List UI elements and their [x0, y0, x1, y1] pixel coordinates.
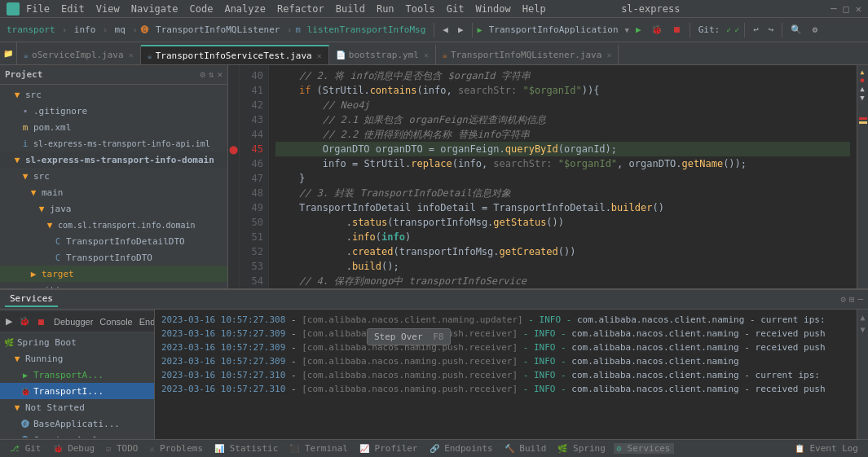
debugger-btn[interactable]: Debugger: [51, 315, 95, 328]
statusbar-profiler[interactable]: 📈 Profiler: [356, 443, 421, 454]
services-debug-btn[interactable]: 🐞: [16, 314, 33, 328]
tree-item-domain[interactable]: ▼ sl-express-ms-transport-info-domain: [0, 152, 227, 168]
menu-refactor[interactable]: Refactor: [277, 3, 324, 15]
menu-help[interactable]: Help: [522, 3, 546, 15]
project-panel-toggle[interactable]: 📁: [3, 49, 13, 58]
tree-item-dto[interactable]: C TransportInfoDTO: [0, 249, 227, 266]
menu-bar[interactable]: File Edit View Navigate Code Analyze Ref…: [26, 3, 546, 15]
window-controls[interactable]: ─ □ ✕: [831, 3, 861, 15]
services-stop-btn[interactable]: ⏹: [34, 315, 48, 328]
tree-item-java[interactable]: ▼ java: [0, 200, 227, 217]
toolbar-method-link[interactable]: listenTransportInfoMsg: [304, 24, 430, 35]
tree-item-src2[interactable]: ▼ src: [0, 168, 227, 184]
line-numbers: 40 41 42 43 44 45 46 47 48 49 50 51 52 5…: [240, 65, 269, 288]
panel-settings-icon[interactable]: ⚙: [840, 294, 846, 305]
toolbar-mq-link[interactable]: mq: [112, 24, 129, 35]
endpoints-btn[interactable]: Endpoints: [137, 315, 155, 328]
tree-item-gitignore2[interactable]: • .gitignore: [0, 282, 227, 288]
run-button[interactable]: ▶: [632, 23, 645, 37]
settings-button[interactable]: ⚙: [809, 23, 821, 37]
statusbar-todo[interactable]: ☑ TODO: [103, 443, 141, 454]
tree-item-detaildto[interactable]: C TransportInfoDetailDTO: [0, 233, 227, 249]
tree-item-gitignore1[interactable]: • .gitignore: [0, 103, 227, 119]
services-transporti[interactable]: 🐞 TransportI...: [0, 383, 154, 399]
services-notstarted[interactable]: ▼ Not Started: [0, 399, 154, 415]
redo-button[interactable]: ↪: [765, 23, 778, 37]
project-close-icon[interactable]: ✕: [217, 69, 223, 80]
statusbar-problems[interactable]: ⚠ Problems: [146, 443, 206, 454]
panel-layout-icon[interactable]: ⊞: [849, 294, 855, 305]
statusbar-git[interactable]: ⎇ Git: [7, 443, 45, 454]
tab-mqlistener[interactable]: ☕ TransportInfoMQListener.java ✕: [436, 45, 619, 64]
services-running-folder[interactable]: ▼ Running: [0, 350, 154, 367]
tab-oserviceimpl[interactable]: ☕ oServiceImpl.java ✕: [17, 45, 141, 64]
menu-build[interactable]: Build: [336, 3, 365, 15]
console-btn[interactable]: Console: [97, 315, 134, 328]
statusbar-terminal[interactable]: ⬛ Terminal: [286, 443, 351, 454]
project-sort-icon[interactable]: ⇅: [209, 69, 214, 80]
tab-close[interactable]: ✕: [129, 51, 134, 59]
services-springboot[interactable]: 🌿 Spring Boot: [0, 334, 154, 350]
menu-window[interactable]: Window: [475, 3, 510, 15]
tree-item-domain-pkg[interactable]: ▼ com.sl.transport.info.domain: [0, 217, 227, 233]
toolbar-listener-link[interactable]: TransportInfoMQListener: [152, 24, 283, 35]
nav-back-button[interactable]: ◀: [439, 23, 452, 37]
menu-tools[interactable]: Tools: [406, 3, 435, 15]
search-button[interactable]: 🔍: [787, 23, 805, 37]
statusbar-endpoints[interactable]: 🔗 Endpoints: [426, 443, 496, 454]
menu-view[interactable]: View: [96, 3, 120, 15]
close-button[interactable]: ✕: [856, 3, 861, 15]
profiler-icon: 📈: [359, 444, 369, 453]
toolbar-info-link[interactable]: info: [71, 24, 99, 35]
menu-analyze[interactable]: Analyze: [224, 3, 266, 15]
stop-button[interactable]: ⏹: [669, 23, 685, 37]
minimize-button[interactable]: ─: [831, 3, 836, 15]
menu-code[interactable]: Code: [190, 3, 214, 15]
code-line-52: .created(transportInfoMsg.getCreated()): [275, 244, 850, 259]
tree-item-target[interactable]: ▶ target: [0, 266, 227, 282]
gitignore-icon: •: [20, 284, 31, 288]
debug-button[interactable]: 🐞: [648, 23, 666, 37]
statusbar-services[interactable]: ⚙ Services: [614, 443, 674, 454]
tab-close-mq[interactable]: ✕: [606, 51, 611, 59]
statusbar-eventlog[interactable]: 📋 Event Log: [791, 443, 861, 454]
tree-item-main[interactable]: ▼ main: [0, 184, 227, 200]
statusbar-spring[interactable]: 🌿 Spring: [554, 443, 608, 454]
tab-close-active[interactable]: ✕: [317, 51, 322, 60]
project-panel-actions[interactable]: ⚙ ⇅ ✕: [200, 69, 223, 80]
breakpoint-icon[interactable]: ⬤: [229, 145, 238, 154]
menu-run[interactable]: Run: [377, 3, 394, 15]
nav-down-icon[interactable]: ▼: [857, 94, 868, 102]
collapse-icon[interactable]: ▲: [860, 313, 865, 322]
run-config-name[interactable]: TransportInfoApplication: [486, 24, 622, 35]
menu-git[interactable]: Git: [447, 3, 465, 15]
tab-transportinfoservicetest[interactable]: ☕ TransportInfoServiceTest.java ✕: [141, 45, 329, 64]
toolbar-transport-link[interactable]: transport: [3, 24, 59, 35]
statusbar-statistic[interactable]: 📊 Statistic: [211, 443, 281, 454]
nav-forward-button[interactable]: ▶: [455, 23, 467, 37]
nav-up-icon[interactable]: ▲: [857, 85, 868, 93]
maximize-button[interactable]: □: [844, 3, 849, 15]
menu-navigate[interactable]: Navigate: [131, 3, 178, 15]
tab-bootstrap[interactable]: 📄 bootstrap.yml ✕: [329, 45, 436, 64]
statusbar-debug[interactable]: 🐞 Debug: [50, 443, 99, 454]
undo-button[interactable]: ↩: [750, 23, 762, 37]
tab-services[interactable]: Services: [5, 292, 58, 307]
menu-file[interactable]: File: [26, 3, 50, 15]
menu-edit[interactable]: Edit: [61, 3, 85, 15]
services-run-btn[interactable]: ▶: [3, 314, 15, 328]
app-title: sl-express: [621, 3, 680, 15]
tree-item-iml1[interactable]: i sl-express-ms-transport-info-api.iml: [0, 135, 227, 152]
tree-item-pom1[interactable]: m pom.xml: [0, 119, 227, 135]
project-gear-icon[interactable]: ⚙: [200, 69, 205, 80]
services-baseapp[interactable]: 🅐 BaseApplicati...: [0, 415, 154, 432]
tab-close-yml[interactable]: ✕: [424, 51, 429, 59]
tree-item-src1[interactable]: ▼ src: [0, 86, 227, 103]
expand-icon[interactable]: ▼: [860, 325, 865, 334]
services-carriageapp[interactable]: 🅐 CarriageAppl...: [0, 432, 154, 437]
panel-close-icon[interactable]: ─: [857, 294, 863, 305]
run-config-dropdown[interactable]: ▼: [625, 26, 629, 34]
services-transporta[interactable]: ▶ TransportA...: [0, 367, 154, 383]
statusbar-build[interactable]: 🔨 Build: [501, 443, 550, 454]
code-area[interactable]: // 2. 将 info消息中是否包含 $organId 字符串 if (Str…: [269, 65, 857, 288]
